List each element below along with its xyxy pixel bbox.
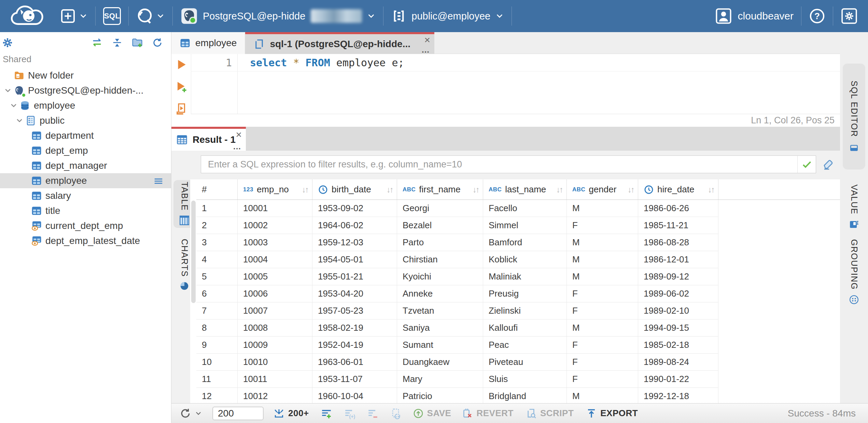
data-cell[interactable]: Chirstian: [397, 251, 483, 268]
data-cell[interactable]: 1990-01-22: [638, 371, 718, 388]
data-cell[interactable]: 10002: [238, 217, 312, 234]
user-menu-button[interactable]: cloudbeaver: [715, 7, 794, 25]
tab-result-1[interactable]: Result - 1 × ...: [171, 127, 246, 151]
sort-icon[interactable]: ↓↑: [473, 185, 480, 194]
data-cell[interactable]: M: [567, 388, 638, 403]
data-cell[interactable]: 1955-01-21: [312, 268, 397, 285]
column-header-gender[interactable]: ABCgender↓↑: [567, 179, 638, 200]
tree-item-postgresql-ep-hidden-[interactable]: PostgreSQL@ep-hidden-...: [0, 83, 171, 98]
help-button[interactable]: ?: [809, 8, 825, 24]
data-cell[interactable]: 1989-02-10: [638, 302, 718, 319]
item-menu-icon[interactable]: [153, 176, 164, 186]
data-cell[interactable]: 10003: [238, 234, 312, 251]
data-cell[interactable]: M: [567, 268, 638, 285]
data-cell[interactable]: Mary: [397, 371, 483, 388]
data-cell[interactable]: F: [567, 337, 638, 354]
row-number-cell[interactable]: 12: [196, 388, 238, 403]
revert-button[interactable]: REVERT: [462, 408, 513, 419]
row-number-cell[interactable]: 3: [196, 234, 238, 251]
row-number-cell[interactable]: 6: [196, 285, 238, 302]
data-cell[interactable]: Maliniak: [483, 268, 567, 285]
data-cell[interactable]: 1985-11-21: [638, 217, 718, 234]
data-cell[interactable]: 1992-12-18: [638, 388, 718, 403]
tab-options-icon[interactable]: ...: [422, 46, 430, 54]
data-cell[interactable]: 1957-05-23: [312, 302, 397, 319]
tree-item-department[interactable]: department: [0, 128, 171, 143]
tree-item-dept-manager[interactable]: dept_manager: [0, 158, 171, 173]
driver-manager-button[interactable]: [136, 8, 165, 25]
connection-selector[interactable]: PostgreSQL@ep-hidde: [180, 7, 376, 25]
data-cell[interactable]: Piveteau: [483, 354, 567, 371]
delete-row-button[interactable]: [367, 408, 379, 419]
add-row-button[interactable]: [321, 408, 332, 419]
data-cell[interactable]: 1986-06-26: [638, 200, 718, 217]
clear-filter-icon[interactable]: [822, 158, 835, 170]
data-cell[interactable]: Zielinski: [483, 302, 567, 319]
data-cell[interactable]: Bridgland: [483, 388, 567, 403]
schema-selector[interactable]: public@employee: [391, 8, 504, 24]
close-icon[interactable]: ×: [236, 129, 242, 140]
tab-value-panel[interactable]: VALUE: [843, 185, 865, 230]
navigator-settings-button[interactable]: [2, 37, 13, 48]
sort-icon[interactable]: ↓↑: [628, 185, 635, 194]
data-cell[interactable]: 1958-02-19: [312, 319, 397, 337]
sort-icon[interactable]: ↓↑: [387, 185, 394, 194]
execute-new-tab-button[interactable]: [175, 80, 188, 93]
data-cell[interactable]: Kyoichi: [397, 268, 483, 285]
data-cell[interactable]: Patricio: [397, 388, 483, 403]
sort-icon[interactable]: ↓↑: [708, 185, 715, 194]
filter-input[interactable]: [201, 156, 797, 173]
tree-item-new-folder[interactable]: New folder: [0, 68, 171, 83]
open-sql-editor-button[interactable]: SQL: [103, 7, 121, 25]
data-cell[interactable]: 1985-02-18: [638, 337, 718, 354]
data-cell[interactable]: 1986-12-01: [638, 251, 718, 268]
sort-icon[interactable]: ↓↑: [302, 185, 309, 194]
execute-script-button[interactable]: [175, 103, 188, 115]
data-cell[interactable]: Sluis: [483, 371, 567, 388]
data-cell[interactable]: 10007: [238, 302, 312, 319]
sql-editor[interactable]: 1 select * FROM employee e; Ln 1, Col 26…: [171, 54, 840, 127]
data-cell[interactable]: Sumant: [397, 337, 483, 354]
data-cell[interactable]: F: [567, 285, 638, 302]
data-cell[interactable]: Parto: [397, 234, 483, 251]
data-cell[interactable]: 10006: [238, 285, 312, 302]
data-cell[interactable]: 1986-08-28: [638, 234, 718, 251]
auto-refresh-button[interactable]: [390, 408, 402, 419]
data-cell[interactable]: Bezalel: [397, 217, 483, 234]
tree-item-employee[interactable]: employee: [0, 98, 171, 113]
save-button[interactable]: SAVE: [413, 408, 451, 419]
fetch-more-button[interactable]: 200+: [273, 408, 309, 419]
row-number-cell[interactable]: 9: [196, 337, 238, 354]
data-cell[interactable]: 1953-04-20: [312, 285, 397, 302]
tree-item-dept-emp-latest-date[interactable]: dept_emp_latest_date: [0, 233, 171, 248]
apply-filter-button[interactable]: [797, 156, 816, 173]
data-cell[interactable]: 1952-04-19: [312, 337, 397, 354]
data-cell[interactable]: Tzvetan: [397, 302, 483, 319]
data-cell[interactable]: F: [567, 354, 638, 371]
script-button[interactable]: SCRIPT: [526, 408, 574, 419]
data-cell[interactable]: Saniya: [397, 319, 483, 337]
data-cell[interactable]: Kalloufi: [483, 319, 567, 337]
data-cell[interactable]: 1953-11-07: [312, 371, 397, 388]
data-cell[interactable]: 1989-09-12: [638, 268, 718, 285]
data-cell[interactable]: Preusig: [483, 285, 567, 302]
collapse-all-button[interactable]: [112, 37, 123, 48]
data-cell[interactable]: 10004: [238, 251, 312, 268]
data-cell[interactable]: 10011: [238, 371, 312, 388]
row-number-cell[interactable]: 5: [196, 268, 238, 285]
sql-code-line[interactable]: select * FROM employee e;: [238, 54, 840, 71]
data-cell[interactable]: 10012: [238, 388, 312, 403]
data-cell[interactable]: 1959-12-03: [312, 234, 397, 251]
tree-item-employee[interactable]: employee: [0, 173, 171, 188]
data-cell[interactable]: Facello: [483, 200, 567, 217]
tab-options-icon[interactable]: ...: [233, 142, 241, 151]
row-number-cell[interactable]: 2: [196, 217, 238, 234]
data-cell[interactable]: Georgi: [397, 200, 483, 217]
tree-item-current-dept-emp[interactable]: current_dept_emp: [0, 218, 171, 233]
fetch-size-input[interactable]: [212, 407, 264, 420]
tree-item-title[interactable]: title: [0, 203, 171, 218]
tab-employee[interactable]: employee: [171, 32, 245, 54]
data-cell[interactable]: Anneke: [397, 285, 483, 302]
data-cell[interactable]: 10009: [238, 337, 312, 354]
column-header-last_name[interactable]: ABClast_name↓↑: [483, 179, 567, 200]
